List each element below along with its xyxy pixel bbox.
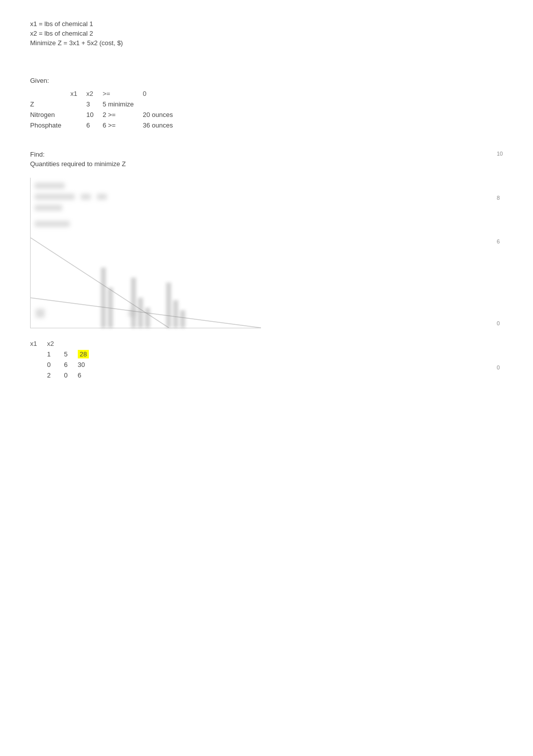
results-row-2-x2: 0 [47, 359, 64, 370]
intro-line-3: Minimize Z = 3x1 + 5x2 (cost, $) [30, 39, 503, 47]
results-section: x1 x2 1 5 28 0 6 30 2 0 [30, 338, 503, 381]
intro-section: x1 = lbs of chemical 1 x2 = lbs of chemi… [30, 20, 503, 47]
given-row-nitrogen-name: Nitrogen [30, 109, 70, 120]
intro-line-2: x2 = lbs of chemical 2 [30, 30, 503, 37]
y-label-0b: 0 [497, 364, 503, 370]
given-row-phosphate-x2: 6 [86, 120, 102, 131]
results-header-row: x1 x2 [30, 338, 99, 349]
given-table: x1 x2 >= 0 Z 3 5 minimize Nitrogen 10 2 … [30, 88, 182, 131]
chart-svg [31, 178, 261, 328]
given-col-x2: x2 [86, 88, 102, 99]
given-col-val: 0 [143, 88, 182, 99]
y-label-6: 6 [497, 238, 503, 244]
given-row-z-op: 5 minimize [102, 99, 143, 109]
given-label: Given: [30, 77, 503, 84]
given-row-nitrogen: Nitrogen 10 2 >= 20 ounces [30, 109, 182, 120]
given-row-phosphate-op: 6 >= [102, 120, 143, 131]
given-row-nitrogen-x1 [70, 109, 86, 120]
intro-line-1: x1 = lbs of chemical 1 [30, 20, 503, 28]
given-col-op: >= [102, 88, 143, 99]
given-row-z-val [143, 99, 182, 109]
chart-area: 10 8 6 0 0 [30, 178, 503, 328]
results-row-1-cost: 28 [78, 349, 99, 359]
results-row-3-z: 0 [64, 370, 77, 381]
results-row-2: 0 6 30 [30, 359, 99, 370]
given-col-name [30, 88, 70, 99]
y-label-0a: 0 [497, 320, 503, 326]
given-row-z-name: Z [30, 99, 70, 109]
y-label-8: 8 [497, 195, 503, 201]
results-row-1: 1 5 28 [30, 349, 99, 359]
given-row-nitrogen-op: 2 >= [102, 109, 143, 120]
given-header-row: x1 x2 >= 0 [30, 88, 182, 99]
phosphate-line [31, 238, 169, 328]
results-row-3-x1 [30, 370, 47, 381]
results-row-2-x1 [30, 359, 47, 370]
find-desc: Quantities required to minimize Z [30, 160, 503, 168]
given-row-nitrogen-val: 20 ounces [143, 109, 182, 120]
chart-inner [30, 178, 261, 328]
given-row-z-x2: 3 [86, 99, 102, 109]
results-row-3-x2: 2 [47, 370, 64, 381]
given-row-phosphate: Phosphate 6 6 >= 36 ounces [30, 120, 182, 131]
results-col-x1: x1 [30, 338, 47, 349]
results-col-z [64, 338, 77, 349]
given-row-phosphate-val: 36 ounces [143, 120, 182, 131]
y-label-10: 10 [497, 151, 503, 157]
given-row-phosphate-x1 [70, 120, 86, 131]
chart-y-axis: 10 8 6 0 0 [497, 151, 503, 381]
find-label: Find: [30, 151, 503, 158]
results-row-2-z: 6 [64, 359, 77, 370]
given-row-phosphate-name: Phosphate [30, 120, 70, 131]
results-row-3-cost: 6 [78, 370, 99, 381]
given-row-nitrogen-x2: 10 [86, 109, 102, 120]
results-row-1-x2: 1 [47, 349, 64, 359]
results-col-x2: x2 [47, 338, 64, 349]
find-section: Find: Quantities required to minimize Z [30, 151, 503, 381]
given-row-z-x1 [70, 99, 86, 109]
highlight-28: 28 [78, 350, 89, 358]
given-row-z: Z 3 5 minimize [30, 99, 182, 109]
results-row-1-z: 5 [64, 349, 77, 359]
results-row-3: 2 0 6 [30, 370, 99, 381]
results-table: x1 x2 1 5 28 0 6 30 2 0 [30, 338, 99, 381]
given-col-x1: x1 [70, 88, 86, 99]
results-row-2-cost: 30 [78, 359, 99, 370]
results-row-1-x1 [30, 349, 47, 359]
given-section: Given: x1 x2 >= 0 Z 3 5 minimize Nitroge… [30, 77, 503, 131]
